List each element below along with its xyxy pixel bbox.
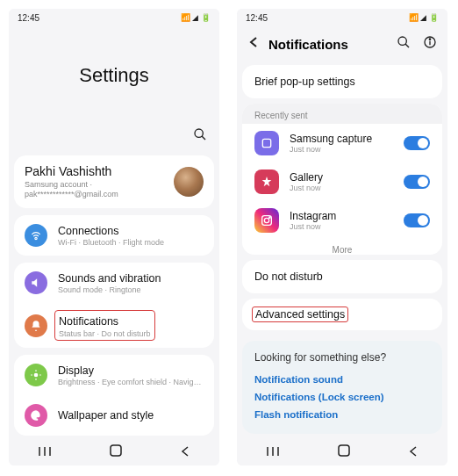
nav-recent-icon[interactable] xyxy=(266,444,280,460)
advanced-row[interactable]: Advanced settings xyxy=(242,299,442,330)
settings-list-2: Sounds and vibration Sound mode · Ringto… xyxy=(14,263,214,348)
status-indicators: 📶 ◢ 🔋 xyxy=(181,13,211,22)
recent-label: Recently sent xyxy=(242,104,442,124)
svg-point-2 xyxy=(34,373,39,378)
status-time: 12:45 xyxy=(246,13,268,23)
gallery-icon xyxy=(254,169,279,194)
info-icon[interactable] xyxy=(423,35,437,53)
looking-card: Looking for something else? Notification… xyxy=(242,341,442,434)
header: Notifications xyxy=(237,26,447,65)
advanced-highlight: Advanced settings xyxy=(252,307,348,322)
nav-bar xyxy=(237,439,447,465)
link-notif-sound[interactable]: Notification sound xyxy=(254,371,430,388)
account-card[interactable]: Pakhi Vashishth Samsung account · pak***… xyxy=(14,155,214,208)
link-flash-notif[interactable]: Flash notification xyxy=(254,406,430,423)
nav-bar xyxy=(9,439,219,465)
svg-line-1 xyxy=(202,136,205,140)
svg-point-19 xyxy=(269,217,270,218)
toggle-instagram[interactable] xyxy=(404,213,430,227)
dnd-row[interactable]: Do not disturb xyxy=(242,260,442,293)
svg-rect-16 xyxy=(262,139,270,147)
status-bar: 12:45 📶 ◢ 🔋 xyxy=(9,9,219,26)
instagram-icon xyxy=(254,208,279,233)
status-time: 12:45 xyxy=(18,13,39,23)
svg-point-18 xyxy=(264,218,268,222)
avatar[interactable] xyxy=(174,167,204,197)
link-notif-lock[interactable]: Notifications (Lock screen) xyxy=(254,388,430,406)
settings-list-3: Display Brightness · Eye comfort shield … xyxy=(14,355,214,436)
nav-back-icon[interactable] xyxy=(180,444,190,460)
recent-card: Recently sent Samsung capture Just now G… xyxy=(242,104,442,255)
app-row-instagram[interactable]: Instagram Just now xyxy=(242,201,442,240)
status-indicators: 📶 ◢ 🔋 xyxy=(409,13,439,22)
svg-rect-10 xyxy=(111,445,121,456)
account-sub: Samsung account · pak************@gmail.… xyxy=(25,180,174,199)
phone-notifications: 12:45 📶 ◢ 🔋 Notifications Brief pop-up s… xyxy=(237,9,447,465)
search-icon[interactable] xyxy=(193,127,207,145)
row-wallpaper[interactable]: Wallpaper and style xyxy=(14,395,214,436)
svg-rect-23 xyxy=(339,445,349,456)
svg-point-0 xyxy=(195,129,203,137)
page-title: Settings xyxy=(9,26,219,124)
nav-back-icon[interactable] xyxy=(408,444,419,460)
bell-icon xyxy=(25,314,47,337)
capture-icon xyxy=(254,131,279,155)
row-notifications[interactable]: Notifications Status bar · Do not distur… xyxy=(14,303,214,348)
palette-icon xyxy=(25,404,47,427)
settings-list-1: Connections Wi-Fi · Bluetooth · Flight m… xyxy=(14,215,214,256)
account-name: Pakhi Vashishth xyxy=(25,164,174,178)
app-row-gallery[interactable]: Gallery Just now xyxy=(242,162,442,201)
row-connections[interactable]: Connections Wi-Fi · Bluetooth · Flight m… xyxy=(14,215,214,256)
brief-popup-row[interactable]: Brief pop-up settings xyxy=(242,65,442,98)
sound-icon xyxy=(25,271,47,294)
more-button[interactable]: More xyxy=(242,240,442,255)
svg-line-12 xyxy=(405,44,409,47)
toggle-gallery[interactable] xyxy=(404,175,430,189)
phone-settings: 12:45 📶 ◢ 🔋 Settings Pakhi Vashishth Sam… xyxy=(9,9,219,465)
svg-point-15 xyxy=(429,39,430,40)
looking-title: Looking for something else? xyxy=(254,351,430,364)
back-icon[interactable] xyxy=(247,36,260,52)
status-bar: 12:45 📶 ◢ 🔋 xyxy=(237,9,447,26)
toggle-capture[interactable] xyxy=(404,136,430,150)
screen-title: Notifications xyxy=(268,37,388,52)
row-sounds[interactable]: Sounds and vibration Sound mode · Ringto… xyxy=(14,263,214,303)
nav-home-icon[interactable] xyxy=(338,444,350,460)
app-row-capture[interactable]: Samsung capture Just now xyxy=(242,124,442,162)
nav-home-icon[interactable] xyxy=(110,444,122,460)
sun-icon xyxy=(25,364,47,386)
search-icon[interactable] xyxy=(397,35,411,53)
notifications-highlight: Notifications Status bar · Do not distur… xyxy=(54,310,155,341)
svg-point-11 xyxy=(398,37,406,45)
nav-recent-icon[interactable] xyxy=(38,444,52,460)
row-display[interactable]: Display Brightness · Eye comfort shield … xyxy=(14,355,214,395)
wifi-icon xyxy=(25,224,47,247)
